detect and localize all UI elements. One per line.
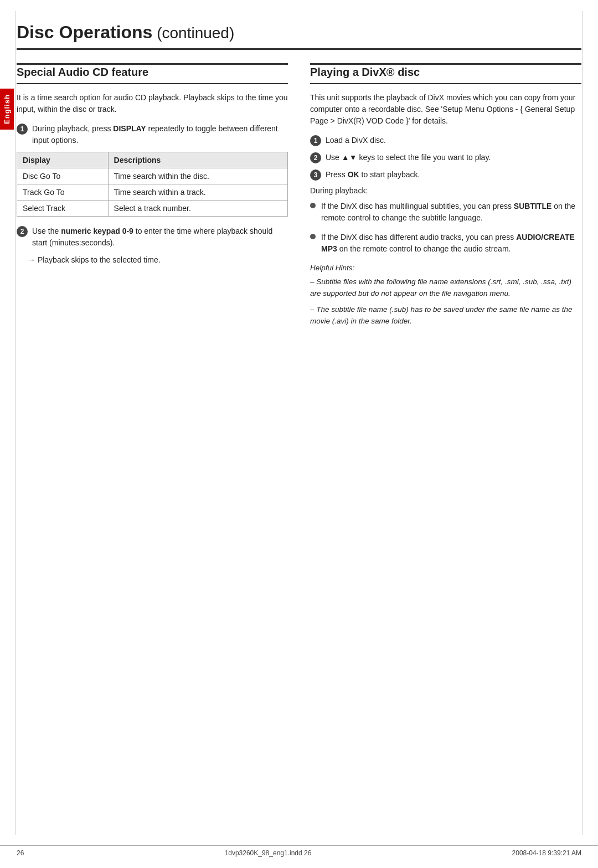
step1-prefix: During playback, press: [32, 124, 113, 133]
two-col-layout: Special Audio CD feature It is a time se…: [17, 63, 581, 327]
right-margin-line: [582, 11, 582, 835]
table-row: Select TrackSelect a track number.: [17, 201, 288, 217]
right-section-title: Playing a DivX® disc: [310, 66, 581, 81]
right-step1: 1 Load a DivX disc.: [310, 135, 581, 146]
left-section-rule-bottom: [17, 83, 288, 84]
left-step2: 2 Use the numeric keypad 0-9 to enter th…: [17, 225, 288, 249]
bullet1-content: If the DivX disc has multilingual subtit…: [321, 201, 581, 224]
col1-header: Display: [17, 152, 109, 168]
right-section-rule-bottom: [310, 83, 581, 84]
step1-bold: DISPLAY: [113, 124, 146, 133]
step3-bold: OK: [348, 170, 359, 179]
date-info: 2008-04-18 9:39:21 AM: [512, 849, 581, 857]
col-right: Playing a DivX® disc This unit supports …: [310, 63, 581, 327]
col-left: Special Audio CD feature It is a time se…: [17, 63, 288, 271]
page-wrapper: English Disc Operations (continued) Spec…: [0, 0, 598, 868]
bullet2-suffix: on the remote control to change the audi…: [337, 244, 511, 253]
step2-number: 2: [17, 226, 28, 237]
bullet2-content: If the DivX disc has different audio tra…: [321, 232, 581, 255]
right-step3: 3 Press OK to start playback.: [310, 169, 581, 181]
main-content: Disc Operations (continued) Special Audi…: [17, 0, 581, 361]
bullet2-prefix: If the DivX disc has different audio tra…: [321, 233, 516, 242]
right-step2-number: 2: [310, 152, 321, 163]
helpful-hints-section: Helpful Hints: – Subtitle files with the…: [310, 263, 581, 327]
table-cell-display: Track Go To: [17, 184, 109, 201]
bullet-dot-2: [310, 234, 316, 239]
right-step3-number: 3: [310, 170, 321, 181]
left-section-title: Special Audio CD feature: [17, 66, 288, 81]
during-playback-label: During playback:: [310, 186, 581, 195]
step2-prefix: Use the: [32, 227, 61, 235]
step3-suffix: to start playback.: [359, 170, 420, 179]
table-cell-display: Disc Go To: [17, 168, 109, 184]
english-tab: English: [0, 89, 14, 130]
table-row: Track Go ToTime search within a track.: [17, 184, 288, 201]
left-margin-line: [16, 11, 16, 835]
left-intro-text: It is a time search option for audio CD …: [17, 92, 288, 115]
left-step1: 1 During playback, press DISPLAY repeate…: [17, 123, 288, 146]
bullet-dot-1: [310, 203, 316, 208]
hint2-text: – The subtitle file name (.sub) has to b…: [310, 304, 581, 327]
right-step3-content: Press OK to start playback.: [326, 169, 581, 181]
table-cell-description: Time search within the disc.: [108, 168, 287, 184]
left-section-rule-top: [17, 63, 288, 65]
right-step2: 2 Use ▲▼ keys to select the file you wan…: [310, 152, 581, 163]
bullet-item-2: If the DivX disc has different audio tra…: [310, 232, 581, 255]
page-title-suffix: (continued): [152, 24, 234, 42]
table-row: Disc Go ToTime search within the disc.: [17, 168, 288, 184]
step1-number: 1: [17, 124, 28, 135]
step1-content: During playback, press DISPLAY repeatedl…: [32, 123, 288, 146]
right-step2-content: Use ▲▼ keys to select the file you want …: [326, 152, 581, 163]
table-cell-description: Time search within a track.: [108, 184, 287, 201]
right-step1-number: 1: [310, 135, 321, 146]
right-step1-content: Load a DivX disc.: [326, 135, 581, 146]
display-table: Display Descriptions Disc Go ToTime sear…: [17, 152, 288, 217]
helpful-hints-title: Helpful Hints:: [310, 263, 581, 274]
right-intro-text: This unit supports the playback of DivX …: [310, 92, 581, 127]
page-footer: 26 1dvp3260K_98_eng1.indd 26 2008-04-18 …: [0, 845, 598, 857]
step3-prefix: Press: [326, 170, 348, 179]
bullet1-bold: SUBTITLE: [514, 202, 551, 210]
table-cell-display: Select Track: [17, 201, 109, 217]
bullet1-prefix: If the DivX disc has multilingual subtit…: [321, 202, 514, 210]
page-title-rule: [17, 48, 581, 50]
table-cell-description: Select a track number.: [108, 201, 287, 217]
page-title: Disc Operations (continued): [17, 22, 581, 45]
page-number: 26: [17, 849, 24, 857]
arrow-note: → Playback skips to the selected time.: [28, 254, 288, 266]
table-header-row: Display Descriptions: [17, 152, 288, 168]
page-title-main: Disc Operations: [17, 22, 152, 42]
right-section-rule-top: [310, 63, 581, 65]
col2-header: Descriptions: [108, 152, 287, 168]
step2-bold: numeric keypad 0-9: [61, 227, 133, 235]
file-info: 1dvp3260K_98_eng1.indd 26: [225, 849, 312, 857]
hint1-text: – Subtitle files with the following file…: [310, 276, 581, 300]
bullet-section: If the DivX disc has multilingual subtit…: [310, 201, 581, 255]
step2-content: Use the numeric keypad 0-9 to enter the …: [32, 225, 288, 249]
bullet-item-1: If the DivX disc has multilingual subtit…: [310, 201, 581, 224]
